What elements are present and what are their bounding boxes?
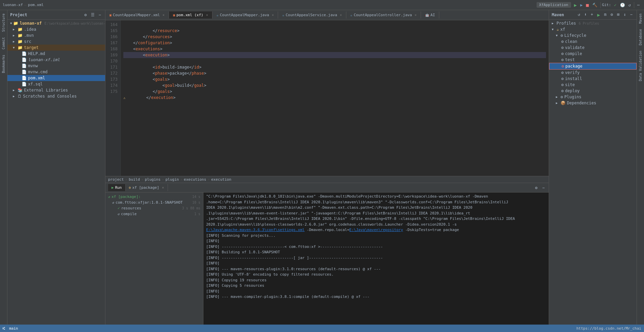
maven-validate[interactable]: ⚙ validate [549,45,637,51]
lifecycle-icon: ⚙ [561,33,563,38]
bc-build[interactable]: build [129,177,140,182]
maven-package[interactable]: ⚙ package [549,63,637,70]
maven-clean[interactable]: ⚙ clean [549,39,637,45]
database-vtab[interactable]: Database [638,27,643,47]
right-vertical-tabs: Maven Database Data Validation [637,10,644,325]
bc-plugin[interactable]: plugin [166,177,179,182]
tab-count-appeal-mapper[interactable]: ▣ CountAppealMapper.xml × [105,11,169,19]
tree-src[interactable]: ▶ 📁 src [7,39,105,45]
build-button[interactable]: 🔨 [591,2,599,8]
tab-close-1[interactable]: × [163,13,165,17]
run-tab-label: Run [115,185,122,190]
maven-dependencies[interactable]: ▶ 📦 Dependencies [549,100,637,106]
code-editor[interactable]: 164 165 166 167 168 169 170 171 172 173 … [105,20,549,176]
sidebar-gear-icon[interactable]: ⚙ [83,12,88,18]
bc-project[interactable]: project [108,177,124,182]
tree-iml-label: luonan-xf.iml [28,57,60,62]
bc-executions[interactable]: executions [184,177,206,182]
git-refresh[interactable]: ↺ [627,2,633,8]
bc-execution[interactable]: execution [211,177,231,182]
maven-compile[interactable]: ⚙ compile [549,51,637,57]
commit-vtab[interactable]: Commit [1,35,6,51]
tab-close-5[interactable]: × [415,13,417,17]
bc-plugins[interactable]: plugins [145,177,160,182]
tab-ai[interactable]: 🤖 AI [421,11,439,19]
tree-help[interactable]: ▶ 📄 HELP.md [7,51,105,57]
tree-arrow-ext: ▶ [13,88,16,92]
maven-plugins[interactable]: ▶ ⚙ Plugins [549,94,637,100]
code-content[interactable]: </resource> </resources> </configuration… [121,20,549,176]
run-tab[interactable]: ▶ Run [108,184,126,191]
tree-mvn[interactable]: ▶ 📁 .mvn [7,32,105,39]
maven-install[interactable]: ⚙ install [549,76,637,82]
maven-cols-icon[interactable]: ⊞ [616,11,621,18]
maven-refresh-icon[interactable]: ↺ [576,11,581,18]
stop-button[interactable]: ■ [584,1,590,9]
maven-root-xf[interactable]: ▼ ☕ xf [549,26,637,32]
debug-button[interactable]: ▶ [578,2,584,8]
code-line-165: </resources> [123,34,172,39]
maven-site[interactable]: ⚙ site [549,82,637,88]
clean-label: clean [565,39,577,44]
settings-icon[interactable]: ⚙ [534,185,539,191]
tab-close-run[interactable]: × [162,185,164,190]
minimize-icon[interactable]: − [541,185,546,191]
maven-deploy[interactable]: ⚙ deploy [549,88,637,94]
tab-close-2[interactable]: × [206,13,208,17]
file-icon-sql: 📄 [22,82,27,86]
tree-root[interactable]: ▼ 📁 luonan-xf E:\workspace\idea-work\luo… [7,20,105,26]
maven-verify[interactable]: ⚙ verify [549,70,637,76]
toolbar-more[interactable]: ⋯ [636,2,641,8]
tree-mvnw[interactable]: ▶ 📄 mvnw [7,63,105,69]
tree-pom-xml[interactable]: ▶ 📄 pom.xml [7,75,105,81]
output-line-5: .jar=55425:C:\Program Files\JetBrains\In… [206,216,546,222]
tab-close-4[interactable]: × [340,13,342,17]
tab-count-appeal-controller[interactable]: ☕ CountAppealController.java × [346,11,421,19]
tab-close-3[interactable]: × [272,13,274,17]
run-jar-icon: ↺ [112,201,114,204]
tree-iml[interactable]: ▶ 📄 luonan-xf.iml [7,57,105,63]
git-clock[interactable]: 🕐 [618,2,627,8]
validation-vtab[interactable]: Data Validation [638,49,643,83]
tree-scratches[interactable]: ▶ 🗒 Scratches and Consoles [7,93,105,99]
sidebar-collapse-icon[interactable]: − [97,12,102,18]
maven-vtab[interactable]: Maven [638,11,643,26]
maven-profiles[interactable]: ▶ Profiles 6 Profiles [549,20,637,26]
code-line-168: <execution> [123,52,546,58]
settings-xml-link[interactable]: E:\Java\apache-maven-3.6.3\conf\settings… [206,228,304,232]
maven-add-icon[interactable]: + [589,11,594,18]
maven-run-icon[interactable]: ▶ [596,11,601,18]
tree-ext-libs-label: External Libraries [24,88,68,93]
git-check[interactable]: ✓ [612,2,618,8]
run-item-root[interactable]: ↺ xf [package]: 14 s [105,194,203,200]
maven-download-icon[interactable]: ⬇ [583,11,588,18]
sidebar-layout-icon[interactable]: ☰ [90,12,96,18]
tree-target[interactable]: ▼ 📁 target [7,45,105,51]
bookmarks-vtab[interactable]: Bookmarks [1,53,6,75]
maven-lifecycle[interactable]: ▼ ⚙ Lifecycle [549,32,637,39]
run-item-jar[interactable]: ↺ com.fttoo:xfjar:1.0.1-SNAPSHOT 10 s [105,200,203,205]
run-output[interactable]: "C:\Program Files\Java\jdk1.8.0_181\bin\… [203,193,549,325]
tree-ext-libs[interactable]: ▶ 📚 External Libraries [7,87,105,93]
run-tab-package[interactable]: ⚙ xf [package] × [126,184,168,191]
maven-close-icon[interactable]: − [629,11,634,18]
tab-pom-xml[interactable]: ▣ pom.xml (xf) × [169,11,213,19]
maven-repo-link[interactable]: E:\Java\maven\repository [349,228,403,232]
tree-sql[interactable]: ▶ 📄 xf.sql [7,81,105,87]
tab-count-appeal-mapper-java[interactable]: ☕ CountAppealMapper.java × [213,11,278,19]
run-item-resources[interactable]: ✓ resources 3 s 88 ms [105,205,203,211]
maven-m-icon[interactable]: m [603,11,608,18]
maven-test[interactable]: ⚙ test [549,57,637,63]
tree-arrow: ▼ [10,22,12,25]
output-line-11: [INFO] --------------------------------[… [206,255,546,261]
tree-mvnw-cmd[interactable]: ▶ 📄 mvnw.cmd [7,69,105,75]
tab-count-appeal-service[interactable]: ☕ CountAppealService.java × [278,11,346,19]
folder-icon-mvn: 📁 [18,33,23,38]
maven-expand-icon[interactable]: ↕ [622,11,627,18]
maven-settings-icon[interactable]: ⚙ [609,11,614,18]
code-line-164: </resource> [123,28,179,33]
structure-vtab[interactable]: Structure [1,11,6,34]
run-button[interactable]: ▶ [572,1,578,9]
run-item-compile[interactable]: ↺ compile 1 s [105,211,203,217]
tree-idea[interactable]: ▶ 📁 .idea [7,26,105,32]
